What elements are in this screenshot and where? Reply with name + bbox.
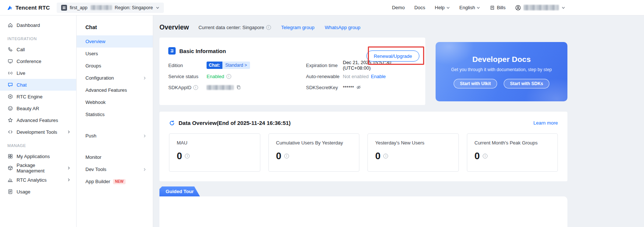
- primary-sidebar: Dashboard INTEGRATION Call Conference Li…: [0, 15, 77, 227]
- field-label: Expiration time: [306, 63, 343, 68]
- sidebar-item-label: RTC Analytics: [17, 177, 46, 183]
- subnav-item-monitor[interactable]: Monitor: [77, 151, 153, 163]
- app-name-redacted: [91, 5, 112, 10]
- sidebar-section-integration: INTEGRATION: [0, 31, 76, 43]
- stat-value: 0: [475, 150, 480, 162]
- chevron-right-icon: [67, 166, 71, 170]
- subnav-item-app-builder[interactable]: App Builder NEW: [77, 175, 153, 188]
- top-cards-row: Basic Information Renewal/Upgrade Editio…: [159, 38, 567, 105]
- subnav-item-overview[interactable]: Overview: [77, 35, 153, 48]
- sidebar-item-beauty-ar[interactable]: Beauty AR: [0, 102, 76, 114]
- sdksecret-masked-value: ******: [343, 85, 354, 90]
- subnav-item-groups[interactable]: Groups: [77, 60, 153, 72]
- sidebar-item-chat[interactable]: Chat: [0, 79, 76, 91]
- guided-tour-tab[interactable]: Guided Tour: [159, 186, 200, 196]
- sidebar-item-label: Conference: [17, 59, 41, 64]
- sidebar-item-conference[interactable]: Conference: [0, 55, 76, 67]
- topbar: Tencent RTC first_app Region: Singapore …: [0, 0, 644, 15]
- rtc-engine-icon: [7, 94, 13, 99]
- sidebar-item-label: Usage: [17, 189, 31, 195]
- brand-logo[interactable]: Tencent RTC: [7, 4, 50, 11]
- stat-label: Yesterday's New Users: [375, 140, 451, 146]
- nav-help[interactable]: Help: [435, 5, 450, 10]
- subnav-item-configuration[interactable]: Configuration: [77, 72, 153, 84]
- region-label: Region: Singapore: [115, 5, 153, 10]
- rtc-analytics-icon: [7, 177, 13, 183]
- nav-docs[interactable]: Docs: [414, 5, 425, 10]
- enable-link[interactable]: Enable: [371, 74, 386, 79]
- info-icon[interactable]: i: [383, 154, 388, 158]
- page-title: Overview: [159, 24, 189, 31]
- account-menu[interactable]: [515, 5, 565, 11]
- sidebar-item-rtc-engine[interactable]: RTC Engine: [0, 91, 76, 102]
- nav-language[interactable]: English: [460, 5, 481, 10]
- subnav-item-dev-tools[interactable]: Dev Tools: [77, 163, 153, 175]
- sidebar-item-my-applications[interactable]: My Applications: [0, 150, 76, 162]
- sidebar-item-rtc-analytics[interactable]: RTC Analytics: [0, 174, 76, 186]
- info-icon[interactable]: i: [226, 74, 231, 79]
- subnav-item-label: Push: [85, 133, 96, 139]
- field-label: Service status: [168, 74, 207, 79]
- sidebar-item-dashboard[interactable]: Dashboard: [0, 19, 76, 31]
- info-icon[interactable]: i: [185, 154, 190, 158]
- refresh-icon[interactable]: [169, 120, 175, 126]
- subnav-item-users[interactable]: Users: [77, 48, 153, 60]
- info-icon[interactable]: i: [483, 154, 488, 158]
- sidebar-item-advanced-features[interactable]: Advanced Features: [0, 114, 76, 126]
- subnav-group-gap: [77, 121, 153, 130]
- whatsapp-group-link[interactable]: WhatsApp group: [325, 25, 360, 30]
- stat-card-peak-groups: Current Month's Peak Groups 0 i: [467, 133, 558, 172]
- app-region-selector[interactable]: first_app Region: Singapore: [57, 3, 164, 13]
- stat-card-new-users: Yesterday's New Users 0 i: [367, 133, 459, 172]
- subnav-item-webhook[interactable]: Webhook: [77, 96, 153, 108]
- start-with-uikit-button[interactable]: Start with UIkit: [454, 79, 497, 88]
- field-service-status: Service status Enabled i: [168, 72, 298, 80]
- info-icon[interactable]: i: [284, 154, 289, 158]
- chevron-down-icon: [476, 6, 480, 10]
- live-icon: [7, 70, 13, 76]
- info-icon[interactable]: i: [266, 25, 271, 30]
- tencent-rtc-logo-icon: [7, 5, 13, 11]
- sidebar-item-package-management[interactable]: Package Management: [0, 162, 76, 174]
- nav-demo[interactable]: Demo: [392, 5, 405, 10]
- telegram-group-link[interactable]: Telegram group: [281, 25, 314, 30]
- beauty-ar-icon: [7, 105, 13, 111]
- eye-off-icon[interactable]: [356, 85, 361, 90]
- sidebar-item-label: Advanced Features: [17, 118, 58, 123]
- stat-label: Cumulative Users By Yesterday: [276, 140, 352, 146]
- subnav-item-statistics[interactable]: Statistics: [77, 108, 153, 121]
- start-with-sdks-button[interactable]: Start with SDKs: [504, 79, 549, 88]
- subnav-item-label: Webhook: [85, 99, 106, 105]
- basic-info-icon: [168, 47, 176, 55]
- sidebar-item-development-tools[interactable]: Development Tools: [0, 126, 76, 138]
- layout: Dashboard INTEGRATION Call Conference Li…: [0, 15, 644, 227]
- sidebar-item-usage[interactable]: Usage: [0, 186, 76, 198]
- learn-more-link[interactable]: Learn more: [534, 120, 558, 126]
- sidebar-section-manage: MANAGE: [0, 138, 76, 150]
- nav-help-label: Help: [435, 5, 445, 10]
- my-applications-icon: [7, 153, 13, 159]
- renewal-upgrade-button[interactable]: Renewal/Upgrade: [366, 50, 419, 62]
- chat-icon: [7, 82, 13, 88]
- info-icon[interactable]: i: [193, 85, 198, 90]
- basic-info-fields: Edition Chat: Standard > Expiration time…: [168, 61, 416, 91]
- bills-label: Bills: [497, 5, 506, 10]
- subnav-item-advanced-features[interactable]: Advanced Features: [77, 84, 153, 96]
- data-center-text: Current data center: Singapore i: [198, 25, 271, 30]
- topbar-right: Demo Docs Help English Bills: [392, 5, 637, 11]
- field-edition: Edition Chat: Standard >: [168, 61, 298, 69]
- copy-icon[interactable]: [236, 85, 241, 90]
- sidebar-item-live[interactable]: Live: [0, 67, 76, 79]
- edition-badge[interactable]: Chat: Standard >: [207, 62, 250, 69]
- basic-information-card: Basic Information Renewal/Upgrade Editio…: [159, 38, 425, 105]
- nav-language-label: English: [460, 5, 475, 10]
- bills-button[interactable]: Bills: [490, 5, 506, 10]
- subnav-item-label: Monitor: [85, 154, 101, 160]
- sdkappid-redacted-value: [207, 85, 234, 90]
- chevron-down-icon: [446, 6, 450, 10]
- stat-label: MAU: [177, 140, 253, 146]
- subnav-item-push[interactable]: Push: [77, 130, 153, 142]
- stat-value: 0: [177, 150, 182, 162]
- sidebar-item-call[interactable]: Call: [0, 43, 76, 55]
- subnav-item-label: Dev Tools: [85, 167, 106, 172]
